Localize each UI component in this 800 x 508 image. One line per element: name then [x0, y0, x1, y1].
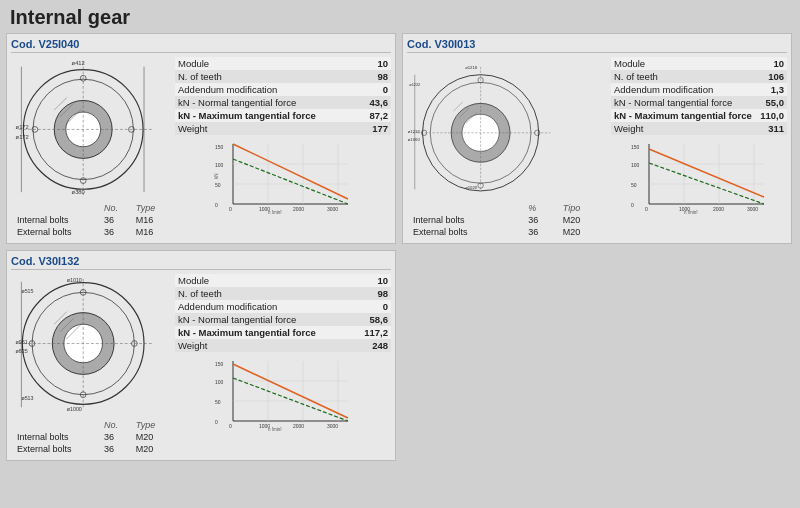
- svg-text:ø1218: ø1218: [465, 65, 478, 70]
- drawing-v25i040: ø172 ø172 ø412 ø380 No.: [11, 57, 171, 239]
- card-v25i040: Cod. V25I040: [6, 33, 396, 244]
- svg-line-82: [454, 102, 463, 111]
- svg-text:n [min]: n [min]: [268, 427, 282, 431]
- card-title-v30i013: Cod. V30I013: [407, 38, 787, 53]
- external-bolts-n-0: 36: [100, 227, 130, 237]
- drawing-svg-v25i040: ø172 ø172 ø412 ø380: [11, 57, 166, 197]
- internal-bolts-label-1: Internal bolts: [13, 432, 98, 442]
- svg-text:3000: 3000: [327, 423, 338, 429]
- drawing-v30i013: ø1216 ø1060 ø1218 ø1020: [407, 57, 607, 239]
- chart-v25i040: 0 50 100 150 0 1000 2000 3000 n [min] kN: [175, 139, 391, 219]
- svg-text:150: 150: [215, 144, 224, 150]
- card-title-v30i132: Cod. V30I132: [11, 255, 391, 270]
- external-bolts-type-2: M20: [559, 227, 605, 237]
- svg-text:50: 50: [631, 182, 637, 188]
- svg-text:100: 100: [631, 162, 640, 168]
- svg-text:2000: 2000: [293, 206, 304, 212]
- specs-table-v30i132: Module10 N. of teeth98 Addendum modifica…: [175, 274, 391, 352]
- svg-text:ø1020: ø1020: [465, 185, 478, 190]
- svg-text:2000: 2000: [713, 206, 724, 212]
- svg-text:0: 0: [645, 206, 648, 212]
- external-bolts-label-0: External bolts: [13, 227, 98, 237]
- svg-text:50: 50: [215, 399, 221, 405]
- external-bolts-type-0: M16: [132, 227, 169, 237]
- svg-text:3000: 3000: [327, 206, 338, 212]
- svg-text:0: 0: [215, 419, 218, 425]
- svg-text:150: 150: [215, 361, 224, 367]
- bolts-table-v30i132: No. Type Internal bolts 36 M20 External …: [11, 418, 171, 456]
- drawing-svg-v30i013: ø1216 ø1060 ø1218 ø1020: [407, 57, 562, 197]
- svg-text:ø1222: ø1222: [409, 82, 420, 87]
- svg-text:100: 100: [215, 162, 224, 168]
- svg-text:ø1060: ø1060: [408, 137, 421, 142]
- external-bolts-label-2: External bolts: [409, 227, 522, 237]
- internal-bolts-n-0: 36: [100, 215, 130, 225]
- svg-text:n [min]: n [min]: [684, 210, 698, 214]
- chart-v30i132: 0 50 100 150 0 1000 2000 3000 n [min]: [175, 356, 391, 436]
- external-bolts-n-1: 36: [100, 444, 130, 454]
- external-bolts-label-1: External bolts: [13, 444, 98, 454]
- svg-text:ø1000: ø1000: [67, 406, 82, 412]
- card-v30i013: Cod. V30I013 ø1216: [402, 33, 792, 244]
- svg-text:ø172: ø172: [16, 134, 29, 140]
- svg-text:ø412: ø412: [72, 60, 85, 66]
- internal-bolts-type-2: M20: [559, 215, 605, 225]
- svg-text:ø172: ø172: [16, 124, 29, 130]
- drawing-v30i132: ø981 ø825 ø1010 ø1000 ø515 ø513: [11, 274, 171, 456]
- svg-text:0: 0: [631, 202, 634, 208]
- svg-text:ø515: ø515: [21, 288, 33, 294]
- svg-text:kN: kN: [214, 174, 219, 180]
- svg-text:0: 0: [215, 202, 218, 208]
- card-title-v25i040: Cod. V25I040: [11, 38, 391, 53]
- specs-table-v30i013: Module10 N. of teeth106 Addendum modific…: [611, 57, 787, 135]
- specs-table-v25i040: Module10 N. of teeth98 Addendum modifica…: [175, 57, 391, 135]
- svg-text:2000: 2000: [293, 423, 304, 429]
- svg-text:50: 50: [215, 182, 221, 188]
- svg-text:n [min]: n [min]: [268, 210, 282, 214]
- svg-text:ø981: ø981: [16, 339, 28, 345]
- page-title: Internal gear: [0, 0, 800, 33]
- svg-text:0: 0: [229, 423, 232, 429]
- svg-text:100: 100: [215, 379, 224, 385]
- internal-bolts-n-1: 36: [100, 432, 130, 442]
- svg-text:ø380: ø380: [72, 189, 85, 195]
- bolts-table-v30i013: % Tipo Internal bolts 36 M20 External bo…: [407, 201, 607, 239]
- drawing-svg-v30i132: ø981 ø825 ø1010 ø1000 ø515 ø513: [11, 274, 166, 414]
- svg-text:ø513: ø513: [21, 395, 33, 401]
- internal-bolts-type-1: M20: [132, 432, 169, 442]
- svg-text:ø825: ø825: [16, 348, 28, 354]
- svg-text:ø1216: ø1216: [408, 129, 421, 134]
- internal-bolts-type-0: M16: [132, 215, 169, 225]
- svg-text:ø1010: ø1010: [67, 277, 82, 283]
- external-bolts-n-2: 36: [524, 227, 557, 237]
- external-bolts-type-1: M20: [132, 444, 169, 454]
- bolts-table-v25i040: No. Type Internal bolts 36 M16 External …: [11, 201, 171, 239]
- internal-bolts-label-0: Internal bolts: [13, 215, 98, 225]
- internal-bolts-label-2: Internal bolts: [409, 215, 522, 225]
- card-v30i132: Cod. V30I132 ø981 ø825 ø1010 ø1000: [6, 250, 396, 461]
- chart-v30i013: 0 50 100 150 0 1000 2000 3000 n [min]: [611, 139, 787, 219]
- svg-text:3000: 3000: [747, 206, 758, 212]
- svg-text:0: 0: [229, 206, 232, 212]
- svg-text:150: 150: [631, 144, 640, 150]
- internal-bolts-n-2: 36: [524, 215, 557, 225]
